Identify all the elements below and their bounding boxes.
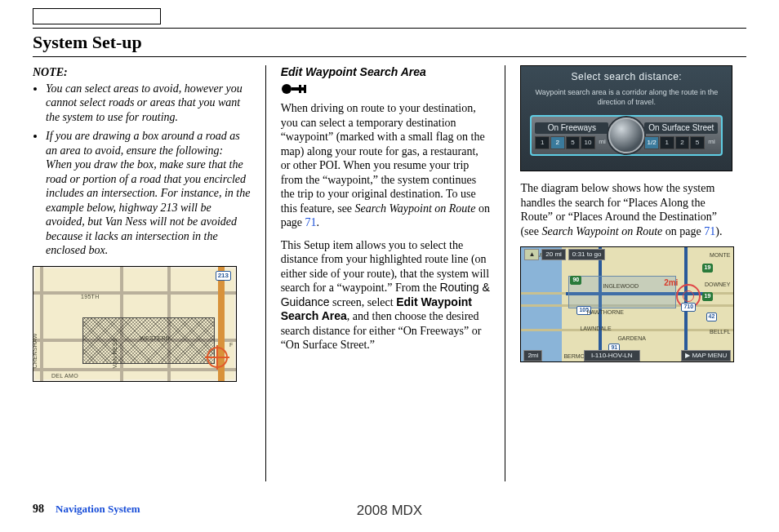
column-2: Edit Waypoint Search Area When driving o…: [273, 65, 499, 490]
label-hawthorne: HAWTHORNE: [586, 309, 624, 317]
column-3: Select search distance: Waypoint search …: [512, 65, 746, 490]
label-gardena: GARDENA: [617, 335, 646, 343]
street-f: F: [229, 342, 234, 349]
shield-90: 90: [570, 276, 581, 285]
column-separator-1: [265, 65, 266, 481]
shield-19a: 19: [702, 264, 714, 273]
search-distance-dialog: Select search distance: Waypoint search …: [520, 65, 732, 171]
shield-19b: 19: [702, 292, 714, 301]
top-rule: [33, 28, 746, 29]
label-inglewood: INGLEWOOD: [603, 283, 639, 290]
avoid-area-box: [82, 317, 215, 364]
map-top-bar: ▲ 20 mi 0:31 to go: [524, 249, 605, 260]
distance-chip: 20 mi: [541, 249, 566, 260]
dialog-bar: On Freeways 1 2 5 10 mi On Surface Stree…: [530, 115, 723, 156]
note-bullets: You can select areas to avoid, however y…: [33, 82, 251, 258]
paragraph-waypoint-intro: When driving on route to your destinatio…: [281, 101, 491, 230]
voice-key-icon: [281, 83, 310, 99]
route-search-map: ▲ 20 mi 0:31 to go 2mi 105 91 42 710 90 …: [520, 246, 734, 362]
freeways-scale: 1 2 5 10 mi: [535, 136, 608, 149]
surface-label: On Surface Street: [644, 122, 718, 135]
surface-scale: 1/2 1 2 5 mi: [644, 136, 718, 149]
header-empty-box: [33, 8, 161, 24]
label-lawndale: LAWNDALE: [580, 326, 611, 333]
label-monte: MONTE: [710, 252, 730, 259]
column-1: NOTE: You can select areas to avoid, how…: [33, 65, 259, 490]
page-footer: 98 Navigation System 2008 MDX: [33, 503, 746, 516]
area-avoid-map: 195TH CRENSHAW VAN NESS WESTERN DEL AMO …: [33, 266, 237, 382]
shield-42: 42: [706, 313, 718, 321]
columns: NOTE: You can select areas to avoid, how…: [33, 65, 746, 490]
map-menu-chip: ▶ MAP MENU: [681, 350, 731, 361]
crosshair-icon: [207, 347, 228, 368]
freeways-label: On Freeways: [535, 122, 608, 135]
paragraph-diagram-intro: The diagram below shows how the system h…: [520, 181, 738, 238]
svg-rect-2: [299, 85, 301, 93]
page-link-71b[interactable]: 71: [704, 225, 715, 237]
dialog-note: Waypoint search area is a corridor along…: [527, 88, 725, 107]
dialog-left: On Freeways 1 2 5 10 mi: [535, 122, 608, 150]
book-section: Navigation System: [56, 503, 140, 516]
note-bullet-2: If you are drawing a box around a road a…: [46, 129, 251, 258]
paragraph-waypoint-setup: This Setup item allows you to select the…: [281, 238, 491, 352]
note-label: NOTE:: [33, 65, 251, 80]
time-chip: 0:31 to go: [568, 249, 606, 260]
destination-radius-label: 2mi: [664, 278, 678, 289]
dialog-title: Select search distance:: [527, 71, 725, 83]
under-rule: [33, 56, 746, 57]
selector-knob-icon: [608, 117, 644, 153]
corridor-overlay: [568, 276, 676, 308]
note-bullet-1: You can select areas to avoid, however y…: [46, 82, 251, 125]
subsection-title: Edit Waypoint Search Area: [281, 65, 491, 80]
page-number: 98: [33, 503, 44, 516]
page-link-71a[interactable]: 71: [305, 216, 317, 228]
dialog-right: On Surface Street 1/2 1 2 5 mi: [644, 122, 718, 150]
street-195th: 195TH: [81, 294, 100, 301]
label-bellfl: BELLFL: [710, 329, 730, 336]
street-crenshaw: CRENSHAW: [32, 333, 39, 368]
svg-rect-3: [304, 85, 306, 93]
map-bottom-bar: 2mi I-110-HOV-LN ▶ MAP MENU: [521, 349, 733, 361]
column-separator-2: [505, 65, 505, 481]
scale-chip: 2mi: [523, 350, 542, 361]
north-icon: ▲: [524, 249, 539, 260]
label-downey: DOWNEY: [705, 282, 731, 289]
current-road-chip: I-110-HOV-LN: [584, 350, 640, 361]
book-title: 2008 MDX: [357, 503, 422, 519]
svg-point-0: [282, 84, 292, 94]
shield-710: 710: [681, 303, 696, 312]
street-delamo: DEL AMO: [51, 373, 78, 380]
hwy-shield-213: 213: [216, 271, 231, 281]
section-title: System Set-up: [33, 32, 746, 53]
